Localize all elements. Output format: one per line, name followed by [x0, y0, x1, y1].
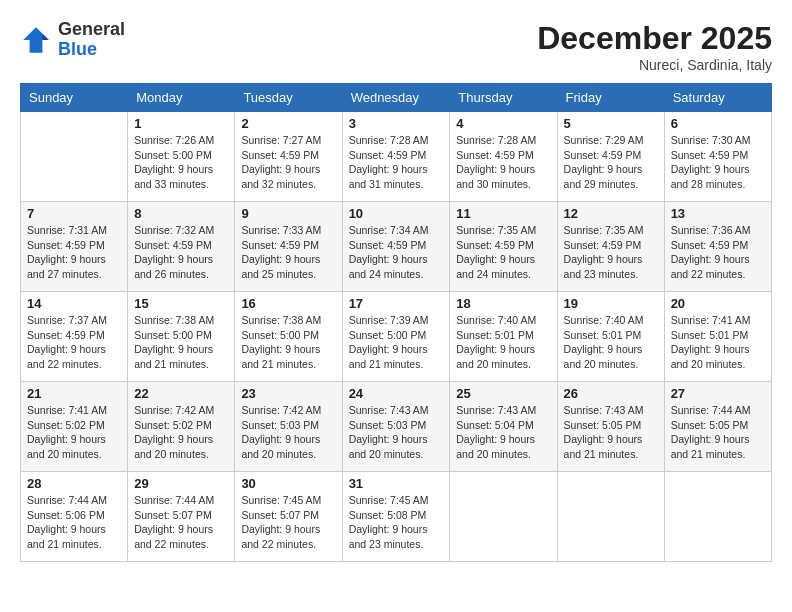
- day-info: Sunrise: 7:44 AMSunset: 5:07 PMDaylight:…: [134, 493, 228, 552]
- calendar-day-header: Thursday: [450, 84, 557, 112]
- day-number: 20: [671, 296, 765, 311]
- calendar-cell: 12Sunrise: 7:35 AMSunset: 4:59 PMDayligh…: [557, 202, 664, 292]
- day-info: Sunrise: 7:29 AMSunset: 4:59 PMDaylight:…: [564, 133, 658, 192]
- calendar-cell: 29Sunrise: 7:44 AMSunset: 5:07 PMDayligh…: [128, 472, 235, 562]
- calendar-cell: 17Sunrise: 7:39 AMSunset: 5:00 PMDayligh…: [342, 292, 450, 382]
- day-number: 11: [456, 206, 550, 221]
- calendar-cell: [450, 472, 557, 562]
- logo-text: General Blue: [58, 20, 125, 60]
- day-number: 1: [134, 116, 228, 131]
- day-number: 14: [27, 296, 121, 311]
- month-title: December 2025: [537, 20, 772, 57]
- calendar-day-header: Monday: [128, 84, 235, 112]
- day-info: Sunrise: 7:34 AMSunset: 4:59 PMDaylight:…: [349, 223, 444, 282]
- day-info: Sunrise: 7:35 AMSunset: 4:59 PMDaylight:…: [564, 223, 658, 282]
- calendar-cell: 26Sunrise: 7:43 AMSunset: 5:05 PMDayligh…: [557, 382, 664, 472]
- day-info: Sunrise: 7:38 AMSunset: 5:00 PMDaylight:…: [134, 313, 228, 372]
- calendar-week-row: 21Sunrise: 7:41 AMSunset: 5:02 PMDayligh…: [21, 382, 772, 472]
- calendar-cell: 6Sunrise: 7:30 AMSunset: 4:59 PMDaylight…: [664, 112, 771, 202]
- day-number: 8: [134, 206, 228, 221]
- calendar-cell: 3Sunrise: 7:28 AMSunset: 4:59 PMDaylight…: [342, 112, 450, 202]
- day-number: 30: [241, 476, 335, 491]
- day-info: Sunrise: 7:45 AMSunset: 5:07 PMDaylight:…: [241, 493, 335, 552]
- day-number: 28: [27, 476, 121, 491]
- calendar-cell: 4Sunrise: 7:28 AMSunset: 4:59 PMDaylight…: [450, 112, 557, 202]
- calendar-cell: 23Sunrise: 7:42 AMSunset: 5:03 PMDayligh…: [235, 382, 342, 472]
- day-info: Sunrise: 7:44 AMSunset: 5:06 PMDaylight:…: [27, 493, 121, 552]
- calendar-cell: 8Sunrise: 7:32 AMSunset: 4:59 PMDaylight…: [128, 202, 235, 292]
- day-number: 16: [241, 296, 335, 311]
- calendar-week-row: 14Sunrise: 7:37 AMSunset: 4:59 PMDayligh…: [21, 292, 772, 382]
- calendar-cell: 21Sunrise: 7:41 AMSunset: 5:02 PMDayligh…: [21, 382, 128, 472]
- logo-icon: [20, 24, 52, 56]
- day-info: Sunrise: 7:27 AMSunset: 4:59 PMDaylight:…: [241, 133, 335, 192]
- day-number: 4: [456, 116, 550, 131]
- calendar-cell: 28Sunrise: 7:44 AMSunset: 5:06 PMDayligh…: [21, 472, 128, 562]
- day-info: Sunrise: 7:30 AMSunset: 4:59 PMDaylight:…: [671, 133, 765, 192]
- day-info: Sunrise: 7:40 AMSunset: 5:01 PMDaylight:…: [456, 313, 550, 372]
- calendar-cell: 19Sunrise: 7:40 AMSunset: 5:01 PMDayligh…: [557, 292, 664, 382]
- day-info: Sunrise: 7:41 AMSunset: 5:02 PMDaylight:…: [27, 403, 121, 462]
- day-info: Sunrise: 7:43 AMSunset: 5:05 PMDaylight:…: [564, 403, 658, 462]
- calendar-cell: 2Sunrise: 7:27 AMSunset: 4:59 PMDaylight…: [235, 112, 342, 202]
- calendar-cell: 10Sunrise: 7:34 AMSunset: 4:59 PMDayligh…: [342, 202, 450, 292]
- day-number: 9: [241, 206, 335, 221]
- calendar-body: 1Sunrise: 7:26 AMSunset: 5:00 PMDaylight…: [21, 112, 772, 562]
- calendar-day-header: Saturday: [664, 84, 771, 112]
- calendar-day-header: Wednesday: [342, 84, 450, 112]
- day-info: Sunrise: 7:36 AMSunset: 4:59 PMDaylight:…: [671, 223, 765, 282]
- calendar-cell: 7Sunrise: 7:31 AMSunset: 4:59 PMDaylight…: [21, 202, 128, 292]
- day-number: 17: [349, 296, 444, 311]
- day-number: 25: [456, 386, 550, 401]
- day-info: Sunrise: 7:35 AMSunset: 4:59 PMDaylight:…: [456, 223, 550, 282]
- day-number: 31: [349, 476, 444, 491]
- day-number: 12: [564, 206, 658, 221]
- day-info: Sunrise: 7:43 AMSunset: 5:04 PMDaylight:…: [456, 403, 550, 462]
- calendar-cell: 22Sunrise: 7:42 AMSunset: 5:02 PMDayligh…: [128, 382, 235, 472]
- day-number: 23: [241, 386, 335, 401]
- logo: General Blue: [20, 20, 125, 60]
- calendar-cell: 11Sunrise: 7:35 AMSunset: 4:59 PMDayligh…: [450, 202, 557, 292]
- calendar-week-row: 28Sunrise: 7:44 AMSunset: 5:06 PMDayligh…: [21, 472, 772, 562]
- day-number: 21: [27, 386, 121, 401]
- calendar-table: SundayMondayTuesdayWednesdayThursdayFrid…: [20, 83, 772, 562]
- title-area: December 2025 Nureci, Sardinia, Italy: [537, 20, 772, 73]
- calendar-week-row: 1Sunrise: 7:26 AMSunset: 5:00 PMDaylight…: [21, 112, 772, 202]
- day-number: 26: [564, 386, 658, 401]
- day-number: 13: [671, 206, 765, 221]
- day-info: Sunrise: 7:42 AMSunset: 5:03 PMDaylight:…: [241, 403, 335, 462]
- day-number: 15: [134, 296, 228, 311]
- calendar-cell: 27Sunrise: 7:44 AMSunset: 5:05 PMDayligh…: [664, 382, 771, 472]
- header: General Blue December 2025 Nureci, Sardi…: [20, 20, 772, 73]
- day-number: 3: [349, 116, 444, 131]
- calendar-cell: 15Sunrise: 7:38 AMSunset: 5:00 PMDayligh…: [128, 292, 235, 382]
- calendar-cell: 9Sunrise: 7:33 AMSunset: 4:59 PMDaylight…: [235, 202, 342, 292]
- day-number: 10: [349, 206, 444, 221]
- day-number: 5: [564, 116, 658, 131]
- day-info: Sunrise: 7:42 AMSunset: 5:02 PMDaylight:…: [134, 403, 228, 462]
- day-number: 27: [671, 386, 765, 401]
- calendar-cell: 16Sunrise: 7:38 AMSunset: 5:00 PMDayligh…: [235, 292, 342, 382]
- day-info: Sunrise: 7:39 AMSunset: 5:00 PMDaylight:…: [349, 313, 444, 372]
- calendar-cell: 18Sunrise: 7:40 AMSunset: 5:01 PMDayligh…: [450, 292, 557, 382]
- day-number: 6: [671, 116, 765, 131]
- day-number: 2: [241, 116, 335, 131]
- day-number: 24: [349, 386, 444, 401]
- day-info: Sunrise: 7:43 AMSunset: 5:03 PMDaylight:…: [349, 403, 444, 462]
- day-number: 18: [456, 296, 550, 311]
- calendar-cell: 25Sunrise: 7:43 AMSunset: 5:04 PMDayligh…: [450, 382, 557, 472]
- day-number: 22: [134, 386, 228, 401]
- day-info: Sunrise: 7:37 AMSunset: 4:59 PMDaylight:…: [27, 313, 121, 372]
- calendar-cell: 31Sunrise: 7:45 AMSunset: 5:08 PMDayligh…: [342, 472, 450, 562]
- location: Nureci, Sardinia, Italy: [537, 57, 772, 73]
- calendar-cell: 1Sunrise: 7:26 AMSunset: 5:00 PMDaylight…: [128, 112, 235, 202]
- calendar-cell: 13Sunrise: 7:36 AMSunset: 4:59 PMDayligh…: [664, 202, 771, 292]
- day-info: Sunrise: 7:40 AMSunset: 5:01 PMDaylight:…: [564, 313, 658, 372]
- day-number: 19: [564, 296, 658, 311]
- calendar-cell: 14Sunrise: 7:37 AMSunset: 4:59 PMDayligh…: [21, 292, 128, 382]
- day-info: Sunrise: 7:28 AMSunset: 4:59 PMDaylight:…: [456, 133, 550, 192]
- day-info: Sunrise: 7:33 AMSunset: 4:59 PMDaylight:…: [241, 223, 335, 282]
- day-number: 29: [134, 476, 228, 491]
- day-info: Sunrise: 7:31 AMSunset: 4:59 PMDaylight:…: [27, 223, 121, 282]
- day-info: Sunrise: 7:32 AMSunset: 4:59 PMDaylight:…: [134, 223, 228, 282]
